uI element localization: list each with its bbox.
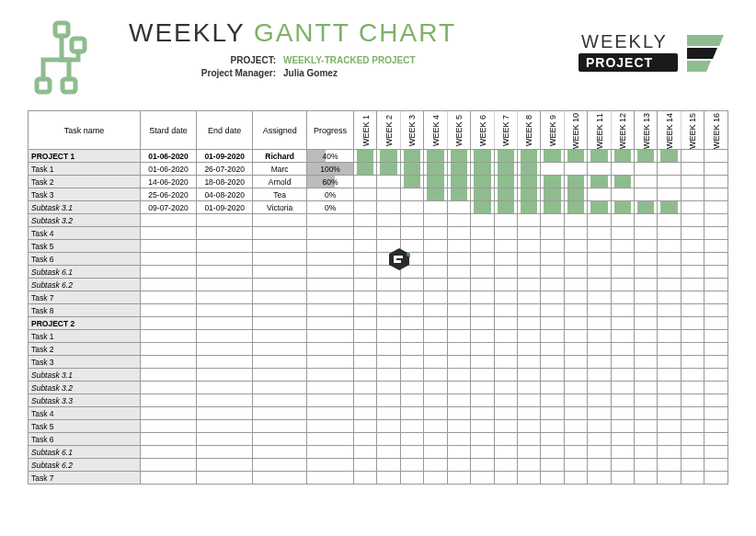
week-cell[interactable] (377, 382, 400, 394)
week-cell[interactable] (494, 330, 517, 343)
week-cell[interactable] (541, 382, 564, 394)
week-cell[interactable] (704, 459, 728, 472)
week-cell[interactable] (517, 150, 540, 163)
week-cell[interactable] (564, 150, 587, 163)
end-cell[interactable] (197, 343, 253, 356)
week-cell[interactable] (704, 356, 728, 369)
week-cell[interactable] (517, 279, 540, 291)
progress-cell[interactable] (307, 266, 354, 279)
end-cell[interactable] (197, 214, 253, 227)
week-cell[interactable] (400, 304, 423, 317)
assigned-cell[interactable] (253, 279, 307, 291)
week-cell[interactable] (471, 343, 494, 356)
week-cell[interactable] (400, 188, 423, 201)
week-cell[interactable] (541, 279, 564, 291)
start-cell[interactable] (141, 266, 197, 279)
week-cell[interactable] (588, 420, 611, 433)
week-cell[interactable] (635, 291, 658, 304)
week-cell[interactable] (424, 150, 447, 163)
start-cell[interactable]: 14-06-2020 (141, 176, 197, 188)
week-cell[interactable] (564, 343, 587, 356)
week-cell[interactable] (588, 214, 611, 227)
assigned-cell[interactable]: Marc (253, 163, 307, 176)
progress-cell[interactable] (307, 279, 354, 291)
week-cell[interactable] (611, 317, 634, 330)
week-cell[interactable] (471, 240, 494, 253)
week-cell[interactable] (494, 279, 517, 291)
week-cell[interactable] (541, 446, 564, 459)
week-cell[interactable] (400, 472, 423, 485)
week-cell[interactable] (658, 343, 681, 356)
week-cell[interactable] (658, 176, 681, 188)
start-cell[interactable]: 09-07-2020 (141, 201, 197, 214)
week-cell[interactable] (564, 291, 587, 304)
start-cell[interactable]: 25-06-2020 (141, 188, 197, 201)
week-cell[interactable] (400, 356, 423, 369)
week-cell[interactable] (447, 382, 470, 394)
week-cell[interactable] (564, 433, 587, 446)
week-cell[interactable] (704, 407, 728, 420)
week-cell[interactable] (400, 446, 423, 459)
week-cell[interactable] (447, 317, 470, 330)
week-cell[interactable] (635, 446, 658, 459)
week-cell[interactable] (400, 214, 423, 227)
week-cell[interactable] (354, 291, 377, 304)
start-cell[interactable] (141, 253, 197, 266)
week-cell[interactable] (541, 163, 564, 176)
week-cell[interactable] (354, 227, 377, 240)
progress-cell[interactable] (307, 227, 354, 240)
week-cell[interactable] (447, 356, 470, 369)
week-cell[interactable] (658, 279, 681, 291)
week-cell[interactable] (635, 188, 658, 201)
week-cell[interactable] (681, 253, 704, 266)
week-cell[interactable] (541, 176, 564, 188)
week-cell[interactable] (471, 382, 494, 394)
assigned-cell[interactable] (253, 433, 307, 446)
week-cell[interactable] (471, 330, 494, 343)
week-cell[interactable] (400, 459, 423, 472)
week-cell[interactable] (424, 407, 447, 420)
week-cell[interactable] (354, 279, 377, 291)
week-cell[interactable] (400, 279, 423, 291)
week-cell[interactable] (658, 446, 681, 459)
week-cell[interactable] (447, 304, 470, 317)
start-cell[interactable] (141, 227, 197, 240)
week-cell[interactable] (611, 201, 634, 214)
task-name-cell[interactable]: Task 1 (29, 330, 141, 343)
task-name-cell[interactable]: Subtask 3.1 (29, 201, 141, 214)
week-cell[interactable] (400, 163, 423, 176)
assigned-cell[interactable] (253, 356, 307, 369)
start-cell[interactable]: 01-06-2020 (141, 163, 197, 176)
week-cell[interactable] (377, 356, 400, 369)
week-cell[interactable] (635, 472, 658, 485)
week-cell[interactable] (517, 227, 540, 240)
week-cell[interactable] (354, 201, 377, 214)
task-name-cell[interactable]: Task 6 (29, 433, 141, 446)
progress-cell[interactable] (307, 382, 354, 394)
week-cell[interactable] (541, 266, 564, 279)
week-cell[interactable] (447, 369, 470, 382)
assigned-cell[interactable] (253, 382, 307, 394)
week-cell[interactable] (635, 253, 658, 266)
week-cell[interactable] (494, 253, 517, 266)
week-cell[interactable] (447, 394, 470, 407)
end-cell[interactable] (197, 394, 253, 407)
task-name-cell[interactable]: Task 7 (29, 291, 141, 304)
end-cell[interactable] (197, 420, 253, 433)
week-cell[interactable] (377, 227, 400, 240)
week-cell[interactable] (354, 304, 377, 317)
week-cell[interactable] (588, 472, 611, 485)
week-cell[interactable] (704, 214, 728, 227)
week-cell[interactable] (704, 317, 728, 330)
week-cell[interactable] (354, 433, 377, 446)
week-cell[interactable] (494, 343, 517, 356)
start-cell[interactable] (141, 291, 197, 304)
week-cell[interactable] (517, 253, 540, 266)
start-cell[interactable] (141, 433, 197, 446)
progress-cell[interactable] (307, 407, 354, 420)
week-cell[interactable] (635, 356, 658, 369)
progress-cell[interactable]: 100% (307, 163, 354, 176)
week-cell[interactable] (424, 304, 447, 317)
week-cell[interactable] (471, 394, 494, 407)
week-cell[interactable] (424, 214, 447, 227)
